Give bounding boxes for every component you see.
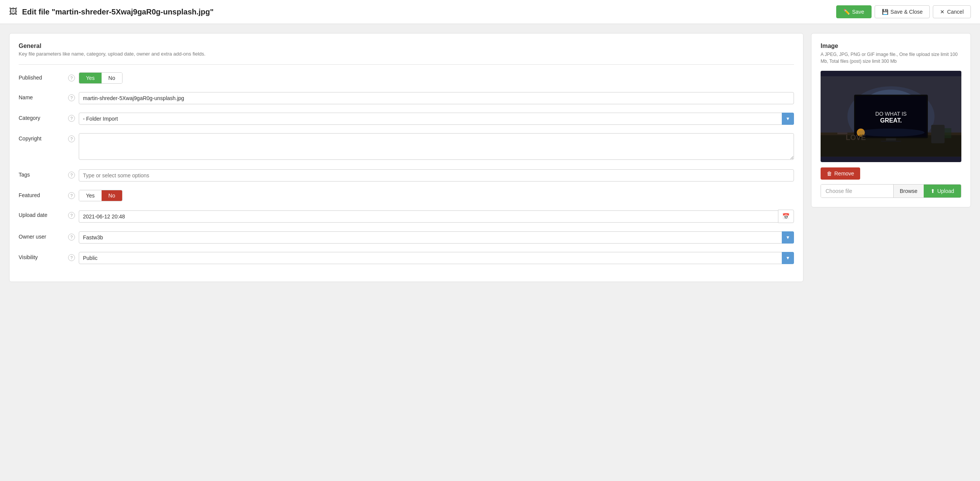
cancel-button[interactable]: ✕ Cancel: [933, 5, 971, 18]
remove-button[interactable]: 🗑 Remove: [821, 167, 860, 180]
visibility-label: Visibility: [19, 252, 68, 260]
tags-control: [79, 169, 794, 182]
copyright-textarea[interactable]: [79, 133, 794, 160]
image-preview-svg: DO WHAT IS GREAT. LOVE: [821, 71, 961, 162]
image-panel-title: Image: [821, 43, 961, 49]
upload-date-control: 📅: [79, 210, 794, 223]
copyright-row: Copyright ?: [19, 133, 794, 161]
visibility-select[interactable]: Public: [79, 252, 794, 264]
date-wrapper: 📅: [79, 210, 794, 223]
upload-label: Upload: [937, 188, 954, 194]
file-image-icon: 🖼: [9, 7, 18, 17]
category-help: ?: [68, 113, 79, 122]
file-upload-row: Choose file Browse ⬆ Upload: [821, 184, 961, 198]
name-row: Name ?: [19, 92, 794, 104]
name-label: Name: [19, 92, 68, 100]
trash-icon: 🗑: [827, 170, 832, 177]
cancel-icon: ✕: [940, 9, 945, 15]
published-help-icon: ?: [68, 75, 75, 81]
upload-date-help: ?: [68, 210, 79, 219]
visibility-help-icon: ?: [68, 254, 75, 261]
tags-help: ?: [68, 169, 79, 178]
svg-rect-11: [886, 138, 896, 141]
header-left: 🖼 Edit file "martin-shreder-5Xwaj9gaR0g-…: [9, 7, 214, 17]
featured-help-icon: ?: [68, 192, 75, 199]
tags-input[interactable]: [79, 169, 794, 182]
category-label: Category: [19, 113, 68, 121]
upload-icon: ⬆: [931, 188, 935, 194]
edit-icon: ✏️: [843, 9, 850, 15]
general-panel-subtitle: Key file parameters like name, category,…: [19, 51, 794, 57]
owner-user-select[interactable]: Fastw3b: [79, 231, 794, 244]
featured-label: Featured: [19, 190, 68, 198]
name-input[interactable]: [79, 92, 794, 104]
save-label: Save: [852, 9, 864, 15]
featured-yes-button[interactable]: Yes: [79, 190, 102, 201]
published-control: Yes No: [79, 72, 794, 84]
featured-no-button[interactable]: No: [102, 190, 122, 201]
save-icon: 💾: [882, 9, 888, 15]
category-row: Category ? - Folder Import ▼: [19, 113, 794, 125]
tags-label: Tags: [19, 169, 68, 178]
published-help: ?: [68, 72, 79, 81]
upload-date-input[interactable]: [79, 210, 778, 223]
copyright-label: Copyright: [19, 133, 68, 142]
tags-help-icon: ?: [68, 172, 75, 178]
svg-text:GREAT.: GREAT.: [880, 117, 902, 124]
owner-user-help-icon: ?: [68, 234, 75, 240]
name-help: ?: [68, 92, 79, 101]
svg-rect-12: [881, 140, 901, 142]
image-panel-subtitle: A JPEG, JPG, PNG or GIF image file., One…: [821, 51, 961, 65]
featured-help: ?: [68, 190, 79, 199]
upload-date-help-icon: ?: [68, 212, 75, 219]
category-help-icon: ?: [68, 115, 75, 122]
save-button[interactable]: ✏️ Save: [836, 5, 872, 18]
general-panel-title: General: [19, 43, 794, 49]
save-close-button[interactable]: 💾 Save & Close: [875, 5, 930, 18]
header-actions: ✏️ Save 💾 Save & Close ✕ Cancel: [836, 5, 971, 18]
choose-file-label: Choose file: [821, 185, 893, 197]
category-select-wrapper: - Folder Import ▼: [79, 113, 794, 125]
copyright-help-icon: ?: [68, 135, 75, 142]
svg-rect-18: [837, 132, 847, 134]
upload-date-label: Upload date: [19, 210, 68, 218]
visibility-row: Visibility ? Public ▼: [19, 252, 794, 264]
copyright-control: [79, 133, 794, 161]
tags-row: Tags ?: [19, 169, 794, 182]
name-help-icon: ?: [68, 94, 75, 101]
owner-user-help: ?: [68, 231, 79, 240]
featured-control: Yes No: [79, 190, 794, 201]
calendar-button[interactable]: 📅: [778, 210, 794, 223]
page-title: Edit file "martin-shreder-5Xwaj9gaR0g-un…: [22, 8, 214, 16]
category-select[interactable]: - Folder Import: [79, 113, 794, 125]
visibility-control: Public ▼: [79, 252, 794, 264]
upload-button[interactable]: ⬆ Upload: [924, 185, 961, 197]
owner-user-select-wrapper: Fastw3b ▼: [79, 231, 794, 244]
general-panel: General Key file parameters like name, c…: [9, 33, 803, 282]
published-row: Published ? Yes No: [19, 72, 794, 84]
visibility-help: ?: [68, 252, 79, 261]
cancel-label: Cancel: [947, 9, 964, 15]
divider: [19, 64, 794, 65]
published-yes-button[interactable]: Yes: [79, 73, 102, 83]
top-header: 🖼 Edit file "martin-shreder-5Xwaj9gaR0g-…: [0, 0, 980, 24]
main-content: General Key file parameters like name, c…: [0, 24, 980, 291]
published-toggle: Yes No: [79, 72, 123, 84]
owner-user-control: Fastw3b ▼: [79, 231, 794, 244]
upload-date-row: Upload date ? 📅: [19, 210, 794, 223]
save-close-label: Save & Close: [891, 9, 923, 15]
visibility-select-wrapper: Public ▼: [79, 252, 794, 264]
name-control: [79, 92, 794, 104]
category-control: - Folder Import ▼: [79, 113, 794, 125]
browse-button[interactable]: Browse: [893, 185, 924, 197]
svg-text:DO WHAT IS: DO WHAT IS: [875, 111, 907, 117]
svg-rect-17: [945, 128, 951, 138]
published-no-button[interactable]: No: [102, 73, 122, 83]
owner-user-label: Owner user: [19, 231, 68, 240]
svg-point-19: [858, 129, 924, 137]
svg-rect-16: [931, 125, 945, 143]
published-label: Published: [19, 72, 68, 81]
remove-label: Remove: [834, 170, 854, 177]
featured-toggle: Yes No: [79, 190, 123, 201]
image-preview: DO WHAT IS GREAT. LOVE: [821, 71, 961, 162]
